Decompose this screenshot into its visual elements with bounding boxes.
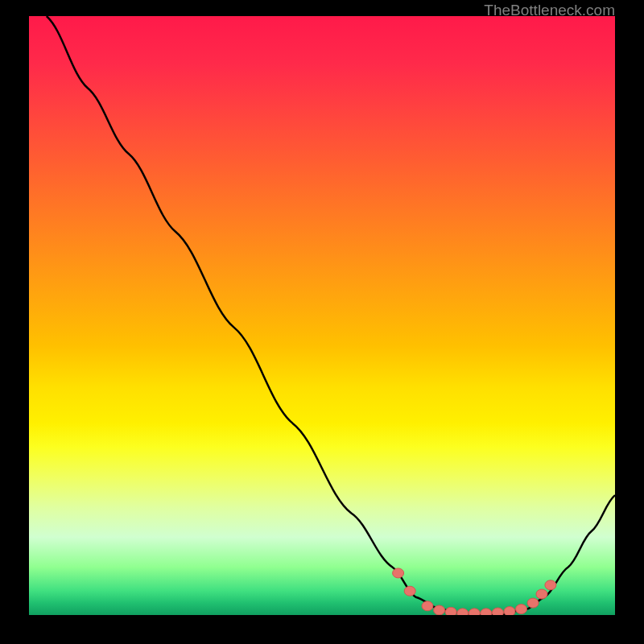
chart-background-gradient [29, 16, 615, 615]
watermark-text: TheBottleneck.com [484, 2, 615, 19]
